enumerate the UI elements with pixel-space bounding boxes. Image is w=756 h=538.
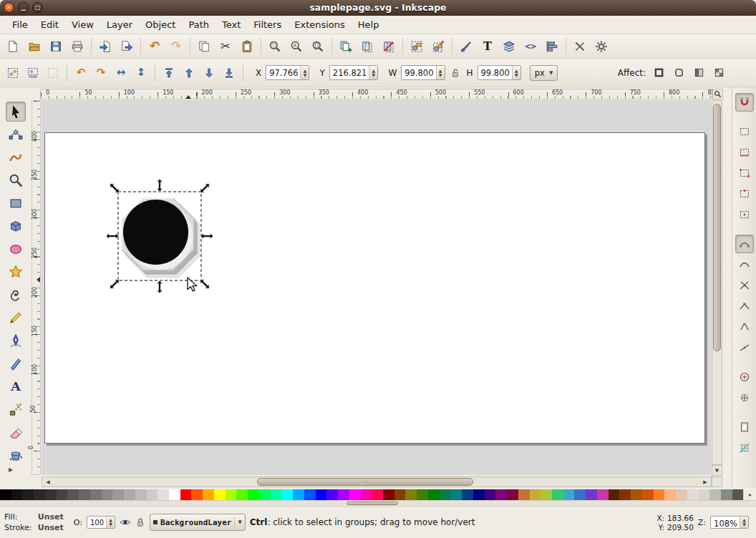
snap-grids-guides-button[interactable] (735, 439, 754, 457)
palette-swatch[interactable] (236, 489, 248, 500)
h-spinner[interactable]: ▲▼ (512, 66, 520, 79)
zoom-selection-button[interactable] (265, 36, 285, 57)
snap-bbox-corners-button[interactable] (735, 164, 754, 182)
palette-swatch[interactable] (191, 489, 203, 500)
snap-page-border-button[interactable] (735, 418, 754, 436)
palette-swatch[interactable] (135, 489, 147, 500)
opacity-spinner[interactable]: ▲▼ (106, 517, 115, 528)
palette-swatch[interactable] (552, 489, 563, 500)
palette-swatch[interactable] (664, 489, 676, 500)
y-spinner[interactable]: ▲▼ (369, 66, 377, 79)
tool-calligraphy[interactable] (6, 353, 26, 373)
rotate-ccw-button[interactable]: ↶ (72, 64, 89, 82)
layer-lock-toggle[interactable] (135, 517, 145, 527)
redo-button[interactable]: ↷ (166, 36, 186, 57)
palette-swatch[interactable] (721, 489, 732, 500)
layers-dialog-button[interactable] (499, 36, 519, 57)
new-document-button[interactable] (3, 36, 23, 57)
palette-scrollbar[interactable] (0, 500, 756, 506)
snap-bbox-button[interactable] (735, 122, 754, 141)
palette-swatch[interactable] (495, 489, 507, 500)
lock-ratio-button[interactable] (448, 64, 462, 82)
snap-enable-button[interactable] (735, 93, 754, 112)
tool-ellipse[interactable] (6, 239, 26, 259)
menu-item-view[interactable]: View (65, 16, 100, 33)
palette-swatch[interactable] (732, 489, 744, 500)
lower-to-bottom-button[interactable] (220, 64, 238, 82)
select-all-button[interactable] (4, 64, 21, 82)
palette-swatch[interactable] (709, 489, 721, 500)
unlink-clone-button[interactable] (379, 36, 399, 57)
tool-tweak[interactable] (6, 147, 26, 167)
palette-swatch[interactable] (530, 489, 541, 500)
palette-swatch[interactable] (541, 489, 552, 500)
palette-swatch[interactable] (304, 489, 316, 500)
vertical-scrollbar[interactable] (712, 100, 722, 465)
menu-item-edit[interactable]: Edit (34, 16, 65, 33)
palette-swatch[interactable] (383, 489, 394, 500)
palette-swatch[interactable] (203, 489, 214, 500)
palette-swatch[interactable] (428, 489, 440, 500)
menu-item-path[interactable]: Path (182, 16, 215, 33)
tool-bezier-pen[interactable] (6, 331, 26, 351)
preferences-button[interactable] (570, 36, 590, 57)
selection-handle-e[interactable] (200, 233, 213, 239)
scroll-right-arrow[interactable]: ▶ (700, 477, 710, 486)
scroll-down-arrow[interactable]: ▼ (712, 465, 722, 476)
palette-swatch[interactable] (563, 489, 575, 500)
affect-move-patterns-button[interactable] (710, 64, 727, 82)
tool-text[interactable]: A (6, 376, 26, 396)
menu-item-extensions[interactable]: Extensions (288, 16, 352, 33)
w-spinner[interactable]: ▲▼ (436, 66, 445, 79)
palette-swatch[interactable] (57, 489, 68, 500)
palette-swatch[interactable] (34, 489, 45, 500)
selection-handle-n[interactable] (157, 179, 163, 192)
palette-swatch[interactable] (372, 489, 383, 500)
palette-swatch[interactable] (316, 489, 327, 500)
palette-swatch[interactable] (394, 489, 406, 500)
selected-object[interactable] (122, 198, 199, 276)
tool-3d-box[interactable] (6, 216, 26, 236)
menu-item-file[interactable]: File (6, 16, 34, 33)
vertical-ruler[interactable]: 400350300250200150100500 (32, 100, 41, 475)
menu-item-layer[interactable]: Layer (100, 16, 139, 33)
palette-swatch[interactable] (405, 489, 417, 500)
snap-path-intersections-button[interactable] (735, 276, 754, 295)
save-button[interactable] (46, 36, 66, 57)
tool-spiral[interactable] (6, 285, 26, 305)
selection-handle-sw[interactable] (108, 278, 121, 290)
scroll-left-arrow[interactable]: ◀ (43, 477, 53, 486)
open-button[interactable] (24, 36, 44, 57)
tool-node-editor[interactable] (6, 124, 26, 145)
selection-handle-ne[interactable] (198, 182, 211, 195)
flip-vertical-button[interactable]: ↕ (132, 64, 150, 82)
palette-swatch[interactable] (485, 489, 496, 500)
palette-swatch[interactable] (597, 489, 609, 500)
horizontal-ruler[interactable]: 0501001502002503003504004505005506006507… (40, 89, 712, 99)
snap-smooth-nodes-button[interactable] (735, 318, 754, 336)
units-dropdown[interactable]: px▼ (530, 65, 558, 81)
affect-move-gradients-button[interactable] (690, 64, 707, 82)
palette-swatch[interactable] (687, 489, 699, 500)
palette-swatch[interactable] (124, 489, 135, 500)
raise-button[interactable] (180, 64, 198, 82)
palette-swatch[interactable] (271, 489, 282, 500)
palette-swatch[interactable] (0, 489, 11, 500)
export-button[interactable] (117, 36, 137, 57)
snap-rotation-centers-button[interactable] (735, 388, 754, 407)
opacity-input[interactable]: 100▲▼ (87, 516, 115, 529)
palette-swatch[interactable] (361, 489, 372, 500)
palette-swatch[interactable] (102, 489, 113, 500)
zoom-input[interactable]: 108%▲▼ (710, 516, 749, 529)
snap-object-centers-button[interactable] (735, 368, 754, 386)
zoom-page-button[interactable] (308, 36, 328, 57)
duplicate-button[interactable] (336, 36, 356, 57)
palette-swatch[interactable] (169, 489, 180, 500)
snap-paths-button[interactable] (735, 255, 754, 274)
menu-item-filters[interactable]: Filters (247, 16, 288, 33)
palette-swatch[interactable] (417, 489, 428, 500)
selection-handle-w[interactable] (106, 233, 119, 239)
fill-stroke-indicator[interactable]: Fill: Unset Stroke: Unset (4, 512, 64, 532)
rotate-cw-button[interactable]: ↷ (92, 64, 110, 82)
paste-button[interactable] (237, 36, 257, 57)
